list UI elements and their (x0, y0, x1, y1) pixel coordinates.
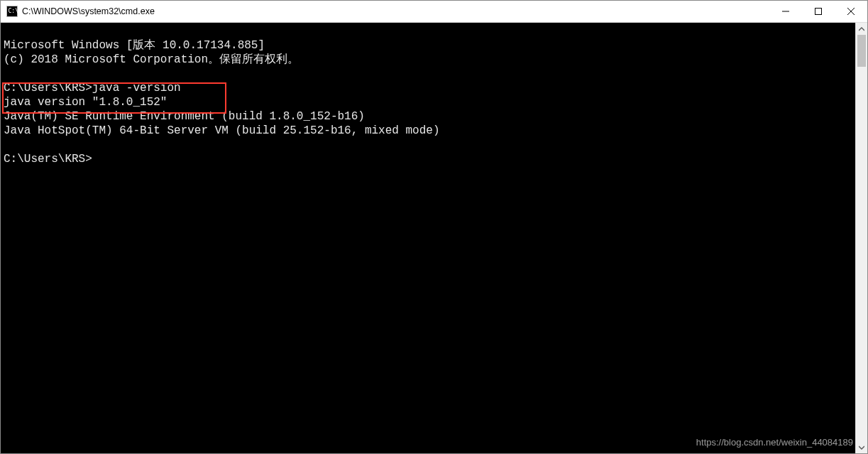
console-output[interactable]: Microsoft Windows [版本 10.0.17134.885] (c… (1, 23, 855, 453)
console-line: Java(TM) SE Runtime Environment (build 1… (4, 110, 365, 123)
console-line: C:\Users\KRS> (4, 153, 92, 166)
console-line: Microsoft Windows [版本 10.0.17134.885] (4, 39, 265, 52)
window-controls (769, 1, 867, 23)
scroll-down-arrow[interactable] (856, 441, 867, 453)
console-line: Java HotSpot(TM) 64-Bit Server VM (build… (4, 124, 440, 137)
maximize-button[interactable] (802, 1, 835, 23)
svg-rect-4 (815, 9, 822, 15)
scroll-track[interactable] (856, 67, 867, 441)
cmd-window: C:\ C:\WINDOWS\system32\cmd.exe Microsof… (0, 0, 868, 454)
console-line: java version "1.8.0_152" (4, 96, 167, 109)
svg-text:C:\: C:\ (9, 8, 18, 14)
scroll-thumb[interactable] (857, 35, 866, 67)
console-area: Microsoft Windows [版本 10.0.17134.885] (c… (1, 23, 867, 453)
window-title: C:\WINDOWS\system32\cmd.exe (22, 6, 155, 16)
close-button[interactable] (835, 1, 867, 23)
console-line: (c) 2018 Microsoft Corporation。保留所有权利。 (4, 53, 299, 66)
scroll-up-arrow[interactable] (856, 23, 867, 35)
vertical-scrollbar[interactable] (855, 23, 867, 453)
titlebar[interactable]: C:\ C:\WINDOWS\system32\cmd.exe (1, 1, 867, 23)
cmd-icon: C:\ (6, 6, 18, 17)
minimize-button[interactable] (769, 1, 802, 23)
console-line: C:\Users\KRS>java -version (4, 82, 181, 94)
